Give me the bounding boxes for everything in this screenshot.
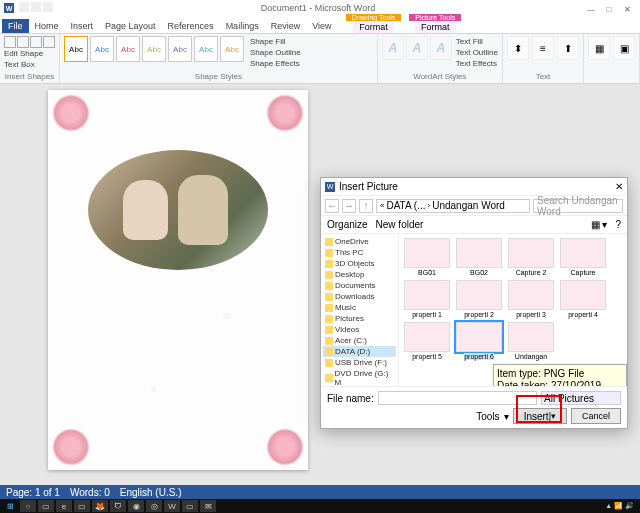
system-tray[interactable]: ▲ 📶 🔊 xyxy=(605,502,638,510)
sidebar-item[interactable]: Acer (C:) xyxy=(323,335,396,346)
dialog-toolbar: Organize New folder ▦ ▾ ? xyxy=(321,216,627,234)
taskbar-button[interactable]: ○ xyxy=(20,500,36,512)
wrap-text-button[interactable]: ▣ xyxy=(613,36,635,60)
back-button[interactable]: ← xyxy=(325,199,339,213)
sidebar-item[interactable]: Documents xyxy=(323,280,396,291)
file-thumbnail[interactable]: properti 4 xyxy=(559,280,607,318)
text-direction-button[interactable]: ⬍ xyxy=(507,36,529,60)
text-fill-button[interactable]: Text Fill xyxy=(456,36,498,47)
shape-fill-button[interactable]: Shape Fill xyxy=(250,36,301,47)
position-button[interactable]: ▦ xyxy=(588,36,610,60)
file-thumbnail[interactable]: properti 5 xyxy=(403,322,451,360)
taskbar-button[interactable]: ⛉ xyxy=(110,500,126,512)
view-options-button[interactable]: ▦ ▾ xyxy=(591,219,608,230)
taskbar-button[interactable]: ▭ xyxy=(38,500,54,512)
file-thumbnail[interactable]: properti 2 xyxy=(455,280,503,318)
taskbar-button[interactable]: ▭ xyxy=(74,500,90,512)
sidebar-item[interactable]: USB Drive (F:) xyxy=(323,357,396,368)
file-thumbnail[interactable]: BG01 xyxy=(403,238,451,276)
address-bar[interactable]: « DATA (... › Undangan Word xyxy=(376,199,530,213)
organize-button[interactable]: Organize xyxy=(327,219,368,230)
sidebar-item[interactable]: Desktop xyxy=(323,269,396,280)
file-thumbnail[interactable]: Undangan xyxy=(507,322,555,360)
create-link-button[interactable]: ⬆ xyxy=(557,36,579,60)
contextual-drawing-tools: Drawing Tools Format xyxy=(346,14,402,33)
search-input[interactable]: Search Undangan Word xyxy=(533,199,623,213)
file-thumbnail[interactable]: Capture xyxy=(559,238,607,276)
tab-home[interactable]: Home xyxy=(29,19,65,33)
dialog-titlebar[interactable]: WInsert Picture ✕ xyxy=(321,178,627,196)
taskbar[interactable]: ⊞○▭e▭🦊⛉◉◎W▭✉▲ 📶 🔊 xyxy=(0,499,640,513)
tools-dropdown[interactable]: Tools xyxy=(476,411,499,422)
tab-insert[interactable]: Insert xyxy=(65,19,100,33)
tab-review[interactable]: Review xyxy=(265,19,307,33)
shape-outline-button[interactable]: Shape Outline xyxy=(250,47,301,58)
shape-style-gallery[interactable]: Abc Abc Abc Abc Abc Abc Abc xyxy=(64,36,244,69)
sidebar-item[interactable]: 3D Objects xyxy=(323,258,396,269)
language-status[interactable]: English (U.S.) xyxy=(120,487,182,498)
page-count[interactable]: Page: 1 of 1 xyxy=(6,487,60,498)
filename-input[interactable] xyxy=(378,391,537,405)
quick-access-toolbar[interactable] xyxy=(18,2,54,14)
edit-shape-button[interactable]: Edit Shape xyxy=(4,48,55,59)
word-count[interactable]: Words: 0 xyxy=(70,487,110,498)
text-outline-button[interactable]: Text Outline xyxy=(456,47,498,58)
dialog-sidebar[interactable]: OneDriveThis PC3D ObjectsDesktopDocument… xyxy=(321,234,399,386)
sidebar-item[interactable]: DATA (D:) xyxy=(323,346,396,357)
sidebar-item[interactable]: Music xyxy=(323,302,396,313)
page[interactable] xyxy=(48,90,308,470)
taskbar-button[interactable]: ▭ xyxy=(182,500,198,512)
text-effects-button[interactable]: Text Effects xyxy=(456,58,498,69)
taskbar-button[interactable]: ◎ xyxy=(146,500,162,512)
taskbar-button[interactable]: ◉ xyxy=(128,500,144,512)
file-thumbnail[interactable]: properti 3 xyxy=(507,280,555,318)
close-icon[interactable]: ✕ xyxy=(615,181,623,192)
align-text-button[interactable]: ≡ xyxy=(532,36,554,60)
help-button[interactable]: ? xyxy=(615,219,621,230)
taskbar-button[interactable]: ✉ xyxy=(200,500,216,512)
insert-picture-dialog: WInsert Picture ✕ ← → ↑ « DATA (... › Un… xyxy=(320,177,628,429)
file-thumbnail[interactable]: properti 1 xyxy=(403,280,451,318)
text-box-button[interactable]: Text Box xyxy=(4,59,55,70)
couple-photo[interactable] xyxy=(88,150,268,270)
window-buttons[interactable]: —□✕ xyxy=(582,3,636,14)
tab-page-layout[interactable]: Page Layout xyxy=(99,19,162,33)
forward-button[interactable]: → xyxy=(342,199,356,213)
wordart-gallery[interactable]: AAA xyxy=(382,36,452,69)
insert-button[interactable]: Insert |▾ xyxy=(513,408,567,424)
tab-references[interactable]: References xyxy=(162,19,220,33)
word-icon: W xyxy=(325,182,335,192)
file-thumbnail[interactable]: properti 6 xyxy=(455,322,503,360)
file-thumbnail[interactable]: BG02 xyxy=(455,238,503,276)
shapes-gallery[interactable] xyxy=(4,36,55,48)
sidebar-item[interactable]: This PC xyxy=(323,247,396,258)
sidebar-item[interactable]: Pictures xyxy=(323,313,396,324)
tab-mailings[interactable]: Mailings xyxy=(220,19,265,33)
status-bar[interactable]: Page: 1 of 1 Words: 0 English (U.S.) xyxy=(0,485,640,499)
file-thumbnail[interactable]: Capture 2 xyxy=(507,238,555,276)
tab-view[interactable]: View xyxy=(306,19,337,33)
tab-format-drawing[interactable]: Format xyxy=(353,21,394,33)
tab-file[interactable]: File xyxy=(2,19,29,33)
sidebar-item[interactable]: Downloads xyxy=(323,291,396,302)
taskbar-button[interactable]: ⊞ xyxy=(2,500,18,512)
file-filter-dropdown[interactable]: All Pictures xyxy=(541,391,621,405)
ribbon-tabs: File Home Insert Page Layout References … xyxy=(0,16,640,34)
sidebar-item[interactable]: OneDrive xyxy=(323,236,396,247)
rose-corner-icon xyxy=(266,94,304,132)
group-shape-styles: Abc Abc Abc Abc Abc Abc Abc Shape Fill S… xyxy=(60,34,378,83)
taskbar-button[interactable]: 🦊 xyxy=(92,500,108,512)
taskbar-button[interactable]: e xyxy=(56,500,72,512)
rose-corner-icon xyxy=(52,428,90,466)
file-list[interactable]: BG01BG02Capture 2Captureproperti 1proper… xyxy=(399,234,627,386)
sidebar-item[interactable]: Videos xyxy=(323,324,396,335)
cancel-button[interactable]: Cancel xyxy=(571,408,621,424)
up-button[interactable]: ↑ xyxy=(359,199,373,213)
taskbar-button[interactable]: W xyxy=(164,500,180,512)
group-arrange: ▦ ▣ xyxy=(584,34,640,83)
document-title: Document1 - Microsoft Word xyxy=(261,3,375,13)
tab-format-picture[interactable]: Format xyxy=(415,21,456,33)
new-folder-button[interactable]: New folder xyxy=(376,219,424,230)
sidebar-item[interactable]: DVD Drive (G:) M xyxy=(323,368,396,386)
shape-effects-button[interactable]: Shape Effects xyxy=(250,58,301,69)
